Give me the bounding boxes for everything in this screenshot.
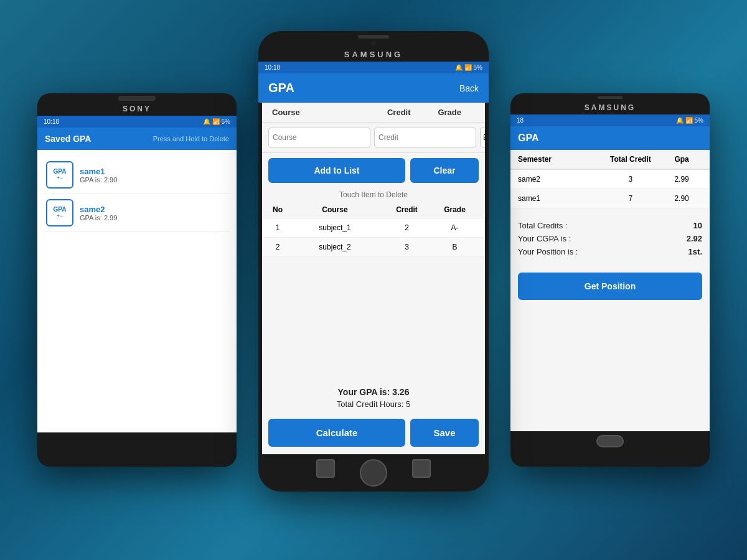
row2-course: subject_2 [287, 243, 383, 251]
touch-hint: Touch Item to Delete [262, 188, 485, 202]
left-screen: Saved GPA Press and Hold to Delete GPA +… [37, 128, 237, 432]
get-position-button[interactable]: Get Position [518, 273, 702, 300]
sem2-gpa: 2.90 [661, 194, 702, 203]
grade-select[interactable]: B ▼ [480, 128, 485, 147]
action-btn-row: Add to List Clear [262, 153, 485, 188]
sem1-name: same2 [518, 175, 600, 184]
sem-row[interactable]: same2 3 2.99 [510, 170, 710, 189]
empty-area [262, 257, 485, 377]
left-status-bar: 10:18 🔔 📶 5% [37, 116, 237, 128]
center-app-title: GPA [268, 81, 294, 95]
back-button[interactable]: Back [459, 83, 479, 93]
list-item[interactable]: GPA +− same1 GPA is: 2.90 [44, 156, 230, 194]
gpa-result-text: Your GPA is: 3.26 [262, 387, 485, 397]
sem-row[interactable]: same1 7 2.90 [510, 189, 710, 208]
list-header-credit: Credit [383, 205, 431, 214]
course-input[interactable] [268, 128, 370, 147]
right-phone: SAMSUNG 18 🔔 📶 5% GPA Semester Total Cre… [510, 93, 710, 467]
center-screen: Course Credit Grade B ▼ Add to List Clea… [262, 103, 485, 454]
list-item[interactable]: GPA +− same2 GPA is: 2.99 [44, 194, 230, 232]
gpa-icon-2: GPA +− [46, 199, 73, 226]
row2-no: 2 [268, 243, 287, 251]
right-home-btn[interactable] [596, 435, 624, 447]
saved-list: GPA +− same1 GPA is: 2.90 GPA +− same2 [37, 150, 237, 432]
total-credits-val: 10 [693, 221, 702, 230]
sem-col-gpa: Gpa [661, 155, 702, 164]
nav-back-btn[interactable] [316, 459, 335, 478]
left-app-header: Saved GPA Press and Hold to Delete [37, 128, 237, 150]
saved-name-1: same1 [80, 167, 117, 176]
row1-course: subject_1 [287, 223, 383, 232]
add-to-list-button[interactable]: Add to List [268, 158, 405, 183]
credit-input[interactable] [374, 128, 476, 147]
sem1-gpa: 2.99 [661, 175, 702, 184]
table-row[interactable]: 2 subject_2 3 B [262, 238, 485, 257]
input-row: B ▼ [262, 123, 485, 153]
right-status-bar: 18 🔔 📶 5% [510, 114, 710, 126]
saved-gpa-1: GPA is: 2.90 [80, 176, 117, 184]
gpa-icon-1: GPA +− [46, 161, 73, 189]
list-header-row: No Course Credit Grade [262, 202, 485, 218]
right-app-header: GPA [510, 126, 710, 150]
list-header-no: No [268, 205, 287, 214]
saved-gpa-2: GPA is: 2.99 [80, 214, 117, 222]
row2-grade: B [431, 243, 479, 251]
total-credits-line: Total Credits : 10 [518, 221, 702, 230]
gpa-result-area: Your GPA is: 3.26 Total Credit Hours: 5 [262, 377, 485, 414]
saved-name-2: same2 [80, 205, 117, 214]
summary-area: Total Credits : 10 Your CGPA is : 2.92 Y… [510, 208, 710, 266]
row2-credit: 3 [383, 243, 431, 251]
hold-hint: Press and Hold to Delete [153, 135, 229, 142]
center-notch-area [258, 31, 489, 47]
speaker-grille-left [118, 96, 156, 101]
nav-home-btn[interactable] [360, 459, 387, 487]
right-top-area [510, 93, 710, 102]
sem2-name: same1 [518, 194, 600, 203]
semester-table: Semester Total Credit Gpa same2 3 2.99 s… [510, 150, 710, 208]
row1-no: 1 [268, 223, 287, 232]
right-brand-label: SAMSUNG [510, 102, 710, 114]
column-header-row: Course Credit Grade [262, 103, 485, 123]
right-speaker [598, 96, 622, 99]
saved-gpa-title: Saved GPA [45, 134, 91, 144]
position-line: Your Position is : 1st. [518, 247, 702, 256]
list-header-course: Course [287, 205, 383, 214]
col-header-credit: Credit [374, 108, 425, 117]
col-header-grade: Grade [425, 108, 476, 117]
left-time: 10:18 [44, 118, 59, 125]
right-time: 18 [517, 117, 524, 124]
col-header-course: Course [272, 108, 374, 117]
center-status-icons: 🔔 📶 5% [455, 64, 482, 71]
cgpa-line: Your CGPA is : 2.92 [518, 234, 702, 243]
right-nav-bar [510, 431, 710, 451]
bottom-btn-row: Calculate Save [262, 414, 485, 454]
sem-col-credit: Total Credit [600, 155, 662, 164]
center-speaker [358, 35, 389, 39]
right-app-title: GPA [518, 133, 538, 143]
left-status-icons: 🔔 📶 5% [203, 118, 230, 125]
row1-credit: 2 [383, 223, 431, 232]
row1-grade: A- [431, 223, 479, 232]
sem-col-semester: Semester [518, 155, 600, 164]
position-label: Your Position is : [518, 247, 688, 256]
save-button[interactable]: Save [410, 419, 479, 447]
left-brand-label: SONY [37, 103, 237, 116]
credit-result-text: Total Credit Hours: 5 [262, 399, 485, 409]
clear-button[interactable]: Clear [410, 158, 479, 183]
saved-info-2: same2 GPA is: 2.99 [80, 205, 117, 222]
center-brand-label: SAMSUNG [258, 47, 489, 62]
sem2-credit: 7 [600, 194, 662, 203]
cgpa-label: Your CGPA is : [518, 234, 687, 243]
table-row[interactable]: 1 subject_1 2 A- [262, 218, 485, 238]
nav-recent-btn[interactable] [412, 459, 431, 478]
calculate-button[interactable]: Calculate [268, 419, 405, 447]
center-time: 10:18 [265, 64, 280, 71]
right-status-icons: 🔔 📶 5% [676, 117, 703, 124]
center-nav-bar [258, 454, 489, 492]
left-phone: SONY 10:18 🔔 📶 5% Saved GPA Press and Ho… [37, 93, 237, 467]
cgpa-val: 2.92 [687, 234, 702, 243]
center-app-header: GPA Back [258, 73, 489, 103]
right-screen: GPA Semester Total Credit Gpa same2 3 2.… [510, 126, 710, 431]
center-phone: SAMSUNG 10:18 🔔 📶 5% GPA Back Course Cre… [258, 31, 489, 492]
list-header-grade: Grade [431, 205, 479, 214]
